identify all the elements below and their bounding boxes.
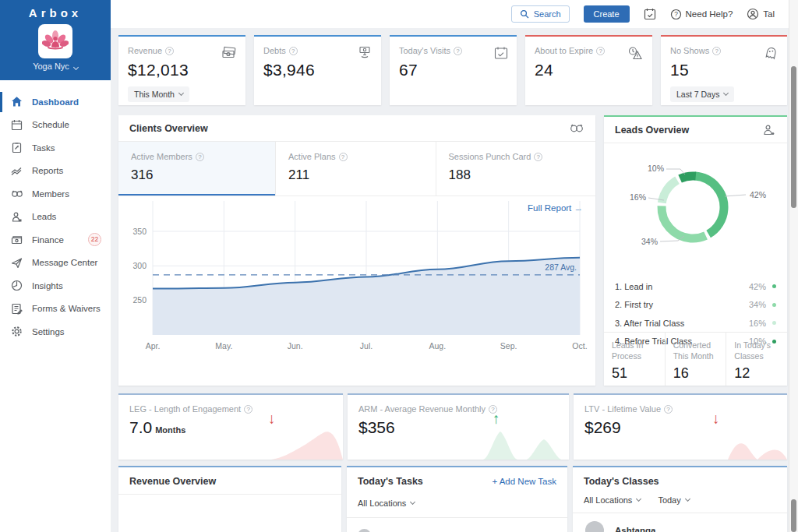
search-icon xyxy=(520,9,529,19)
ltv-kpi-card: LTV - Lifetime Value $269 xyxy=(574,393,787,460)
user-icon xyxy=(747,8,759,20)
add-new-task-link[interactable]: + Add New Task xyxy=(492,477,556,486)
donut-label-16: 16% xyxy=(630,192,646,202)
no-shows-period-dropdown[interactable]: Last 7 Days xyxy=(670,86,734,102)
todays-visits-card: Today's Visits 67 xyxy=(390,35,517,105)
page-scrollbar xyxy=(789,0,798,532)
search-button[interactable]: Search xyxy=(511,5,570,23)
help-icon xyxy=(534,153,542,161)
studio-logo xyxy=(38,24,72,58)
sidebar-item-message-center[interactable]: Message Center xyxy=(0,252,111,275)
lead-gear-icon xyxy=(762,124,776,136)
help-icon[interactable] xyxy=(244,405,252,414)
calendar-icon xyxy=(11,118,23,131)
leads-in-process: Leads In Process51 xyxy=(604,333,666,386)
task-list: Email xyxy=(347,518,567,532)
sidebar-item-schedule[interactable]: Schedule xyxy=(0,114,111,137)
donut-label-10: 10% xyxy=(648,164,664,173)
chevron-down-icon xyxy=(685,496,690,502)
leads-mini-stats: Leads In Process51 Converted This Month1… xyxy=(604,332,787,386)
calendar-button[interactable] xyxy=(644,8,656,20)
paper-plane-icon xyxy=(11,256,23,269)
legend-item: 3. After Trial Class16% xyxy=(615,314,776,333)
help-icon: ? xyxy=(670,9,682,20)
scrollbar-thumb-secondary[interactable] xyxy=(791,499,796,532)
trend-lines-icon xyxy=(11,164,23,177)
pie-clock-icon xyxy=(11,280,23,292)
sidebar-item-forms-waivers[interactable]: Forms & Waivers xyxy=(0,298,111,321)
scrollbar-thumb[interactable] xyxy=(791,66,796,208)
help-icon[interactable] xyxy=(289,47,298,55)
leg-sparkline xyxy=(271,424,343,460)
clipboard-icon xyxy=(11,142,23,154)
sidebar-item-leads[interactable]: Leads xyxy=(0,206,111,229)
sidebar: Arbox Yoga Nyc Dashboard Schedule xyxy=(0,0,111,532)
classes-day-filter[interactable]: Today xyxy=(658,495,689,505)
lotus-icon xyxy=(42,28,69,55)
sidebar-item-settings[interactable]: Settings xyxy=(0,320,111,344)
home-icon xyxy=(11,96,23,108)
revenue-overview-chart: 20K xyxy=(118,495,341,532)
no-shows-value: 15 xyxy=(670,61,778,79)
debts-value: $3,946 xyxy=(263,61,372,79)
help-icon xyxy=(196,153,204,161)
donut-label-34: 34% xyxy=(641,237,658,246)
tasks-location-filter[interactable]: All Locations xyxy=(358,499,415,508)
chevron-down-icon xyxy=(73,65,79,70)
arm-sparkline xyxy=(483,421,569,460)
gear-icon xyxy=(11,326,23,338)
ltv-sparkline xyxy=(709,424,787,460)
location-switcher[interactable]: Yoga Nyc xyxy=(0,62,111,71)
ghost-icon xyxy=(764,46,779,64)
class-list: Ashtanga xyxy=(573,513,787,532)
create-button[interactable]: Create xyxy=(584,5,630,23)
sidebar-item-tasks[interactable]: Tasks xyxy=(0,136,111,160)
chevron-down-icon xyxy=(636,496,641,502)
help-icon[interactable] xyxy=(454,47,462,55)
svg-text:Aug.: Aug. xyxy=(429,341,447,351)
help-icon[interactable] xyxy=(664,405,673,414)
money-icon xyxy=(11,234,23,246)
leads-overview-title: Leads Overview xyxy=(615,125,689,136)
calendar-check-icon xyxy=(644,8,656,20)
help-icon[interactable] xyxy=(596,47,605,55)
help-icon[interactable] xyxy=(165,47,174,55)
clients-overview-title: Clients Overview xyxy=(129,123,208,134)
calendar-check-icon xyxy=(494,46,508,63)
svg-text:Jul.: Jul. xyxy=(360,341,373,351)
sidebar-item-finance[interactable]: Finance 22 xyxy=(0,228,111,252)
sidebar-item-insights[interactable]: Insights xyxy=(0,274,111,298)
need-help-button[interactable]: ? Need Help? xyxy=(670,9,733,20)
revenue-overview-panel: Revenue Overview 20K xyxy=(118,466,341,532)
todays-visits-value: 67 xyxy=(399,61,507,79)
help-icon[interactable] xyxy=(712,47,721,55)
svg-text:250: 250 xyxy=(132,295,147,305)
lead-person-icon xyxy=(11,210,23,223)
user-menu[interactable]: Tal xyxy=(747,8,775,20)
tab-active-members[interactable]: Active Members 316 xyxy=(118,142,276,196)
leads-overview-panel: Leads Overview 42% 10% 16% 34% 1. Lead i… xyxy=(604,115,787,386)
tab-sessions-punch-card[interactable]: Sessions Punch Card 188 xyxy=(436,142,596,196)
chevron-down-icon xyxy=(178,90,184,96)
classes-location-filter[interactable]: All Locations xyxy=(584,495,641,505)
svg-text:Jun.: Jun. xyxy=(288,341,303,351)
sidebar-item-members[interactable]: Members xyxy=(0,182,111,206)
converted-this-month: Converted This Month16 xyxy=(666,333,727,386)
revenue-value: $12,013 xyxy=(128,61,236,79)
document-icon xyxy=(11,302,23,315)
sidebar-item-reports[interactable]: Reports xyxy=(0,160,111,183)
clients-tabs: Active Members 316 Active Plans 211 Sess… xyxy=(118,142,595,196)
banknotes-icon xyxy=(221,46,237,63)
revenue-period-dropdown[interactable]: This Month xyxy=(128,86,189,102)
arm-kpi-card: ARM - Average Revenue Monthly $356 xyxy=(348,393,569,460)
todays-classes-panel: Today's Classes All Locations Today Asht… xyxy=(573,466,787,532)
legend-item: 2. First try34% xyxy=(615,296,776,315)
chevron-down-icon xyxy=(410,499,415,505)
tab-active-plans[interactable]: Active Plans 211 xyxy=(276,142,436,196)
about-to-expire-card: About to Expire 24 xyxy=(525,35,652,105)
class-avatar xyxy=(585,521,604,532)
expire-clock-icon xyxy=(627,46,644,64)
todays-tasks-panel: Today's Tasks + Add New Task All Locatio… xyxy=(347,466,567,532)
task-type-icon xyxy=(358,529,371,532)
sidebar-item-dashboard[interactable]: Dashboard xyxy=(0,90,111,114)
